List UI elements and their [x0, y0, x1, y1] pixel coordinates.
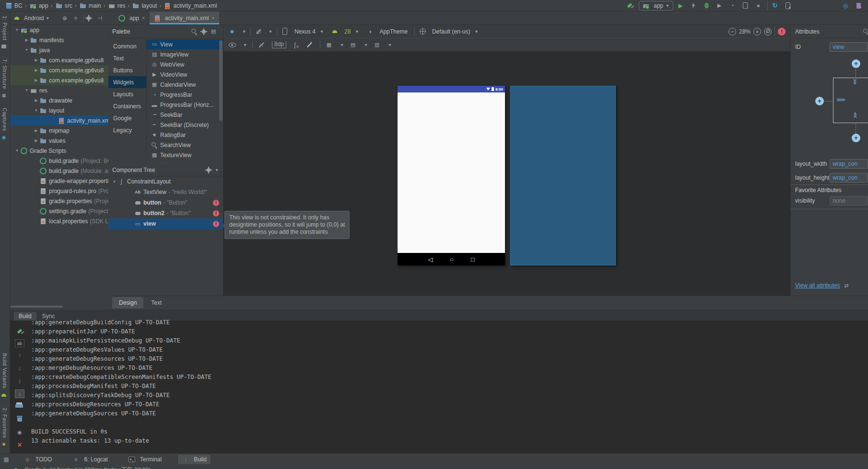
add-top-constraint-button[interactable]: [852, 59, 860, 68]
project-tree-row[interactable]: proguard-rules.pro (ProG: [10, 186, 108, 196]
expander-icon[interactable]: [23, 38, 30, 42]
align-icon[interactable]: [349, 41, 357, 49]
project-tree-row[interactable]: com.example.gp6vu8: [10, 65, 108, 75]
project-tree-row[interactable]: drawable: [10, 95, 108, 105]
device-preview[interactable]: 8:00 ◁ ○ □: [398, 86, 505, 265]
build-console[interactable]: :app:generateDebugBuildConfig UP-TO-DATE…: [31, 320, 868, 453]
expander-icon[interactable]: [33, 78, 39, 82]
sdk-manager-icon[interactable]: [842, 2, 849, 10]
run-config-dropdown[interactable]: app: [639, 1, 673, 11]
project-tree-row[interactable]: com.example.gp6vu8: [10, 55, 108, 65]
id-field[interactable]: view: [830, 42, 868, 52]
soft-wrap-icon[interactable]: [15, 389, 24, 398]
expander-icon[interactable]: [14, 149, 20, 153]
rebuild-icon[interactable]: [14, 326, 25, 336]
collapse-all-icon[interactable]: [72, 14, 80, 22]
project-tree-row[interactable]: values: [10, 136, 108, 146]
zoom-fit-button[interactable]: ∅: [764, 28, 772, 35]
visibility-field[interactable]: none: [830, 196, 868, 206]
project-tree-row[interactable]: local.properties (SDK Loc: [10, 216, 108, 226]
hide-panel-icon[interactable]: [96, 14, 104, 22]
run-icon[interactable]: [677, 2, 684, 10]
project-tree-row[interactable]: build.gradle (Project: BC): [10, 156, 108, 166]
expander-icon[interactable]: [33, 138, 39, 143]
gear-icon[interactable]: [200, 28, 208, 35]
project-hscrollbar[interactable]: [10, 306, 63, 308]
add-left-constraint-button[interactable]: [815, 97, 824, 105]
breadcrumb-item[interactable]: app: [29, 0, 55, 11]
breadcrumb-item[interactable]: res: [108, 0, 132, 11]
orientation-icon[interactable]: [255, 28, 262, 35]
editor-tab[interactable]: activity_main.xml: [150, 11, 219, 24]
editor-mode-tab[interactable]: Text: [144, 297, 168, 309]
tool-window-button[interactable]: Terminal: [124, 455, 165, 464]
add-bottom-constraint-button[interactable]: [852, 134, 860, 142]
tool-window-tab[interactable]: Build Variants: [0, 353, 10, 399]
palette-category[interactable]: Buttons: [108, 64, 146, 76]
expander-icon[interactable]: [33, 108, 39, 113]
build-panel-tab[interactable]: Build: [14, 312, 36, 320]
debug-icon[interactable]: [703, 2, 710, 10]
palette-widget[interactable]: CalendarView: [147, 80, 223, 90]
palette-widget[interactable]: RatingBar: [147, 130, 223, 140]
next-message-icon[interactable]: [14, 364, 25, 373]
breadcrumb-item[interactable]: main: [79, 0, 108, 11]
expander-icon[interactable]: [23, 48, 30, 52]
palette-category[interactable]: Google: [108, 112, 146, 124]
apply-changes-icon[interactable]: [690, 2, 697, 10]
pack-icon[interactable]: [325, 41, 333, 49]
pin-tab-icon[interactable]: [14, 427, 25, 437]
component-tree-row[interactable]: button - "Button": [108, 197, 223, 208]
errors-panel-badge[interactable]: [778, 28, 786, 35]
search-icon[interactable]: [190, 28, 198, 35]
project-tree-row[interactable]: java: [10, 45, 108, 55]
close-panel-icon[interactable]: [14, 440, 25, 450]
tool-window-button[interactable]: Build: [178, 455, 211, 464]
expander-icon[interactable]: [33, 68, 39, 72]
autoconnect-icon[interactable]: [258, 41, 265, 49]
blueprint-preview[interactable]: [510, 86, 616, 265]
error-badge[interactable]: [213, 210, 219, 217]
project-tree-row[interactable]: settings.gradle (Project Se: [10, 206, 108, 216]
project-tree-row[interactable]: app: [10, 25, 108, 35]
palette-widget[interactable]: SeekBar (Discrete): [147, 120, 223, 130]
palette-widget[interactable]: TextureView: [147, 150, 223, 160]
close-icon[interactable]: [211, 15, 215, 22]
expander-icon[interactable]: [23, 88, 30, 92]
layout-width-field[interactable]: wrap_con: [830, 159, 868, 169]
component-tree-row[interactable]: view: [108, 218, 223, 229]
attach-debugger-icon[interactable]: [741, 2, 749, 10]
project-tree-row[interactable]: manifests: [10, 35, 108, 45]
profile-icon[interactable]: [716, 2, 723, 10]
default-margin-selector[interactable]: 8dp: [272, 41, 286, 48]
design-surface-icon[interactable]: [228, 28, 236, 35]
palette-category[interactable]: Widgets: [108, 76, 146, 88]
tool-window-tab[interactable]: 2: Favorites: [0, 408, 10, 448]
project-tree-row[interactable]: layout: [10, 105, 108, 115]
project-view-selector[interactable]: Android: [24, 15, 44, 22]
view-options-icon[interactable]: [228, 41, 236, 49]
gear-icon[interactable]: [205, 166, 212, 174]
tool-window-tab[interactable]: 7: Structure: [0, 59, 10, 99]
expander-icon[interactable]: [14, 28, 20, 32]
search-icon[interactable]: [862, 28, 868, 35]
tool-window-tab[interactable]: 1: Project: [0, 16, 10, 50]
breadcrumb-item[interactable]: activity_main.xml: [164, 0, 217, 11]
tool-window-button[interactable]: 6: Logcat: [68, 455, 111, 464]
avd-manager-icon[interactable]: [855, 2, 862, 10]
palette-widget[interactable]: SeekBar: [147, 110, 223, 120]
filter-messages-icon[interactable]: [15, 339, 24, 347]
expand-all-icon[interactable]: [14, 377, 25, 386]
palette-category[interactable]: Text: [108, 52, 146, 64]
theme-selector[interactable]: AppTheme: [379, 28, 408, 35]
close-icon[interactable]: [141, 15, 146, 22]
project-tree-row[interactable]: build.gradle (Module: ap: [10, 166, 108, 176]
design-canvas[interactable]: 8:00 ◁ ○ □: [223, 52, 790, 296]
project-tree-row[interactable]: res: [10, 85, 108, 95]
guidelines-icon[interactable]: [373, 41, 381, 49]
clear-constraints-icon[interactable]: [291, 41, 299, 49]
layout-height-field[interactable]: wrap_con: [830, 173, 868, 183]
view-options-icon[interactable]: [210, 28, 217, 35]
project-tree-row[interactable]: com.example.gp6vu8: [10, 75, 108, 85]
zoom-out-button[interactable]: −: [728, 28, 736, 35]
